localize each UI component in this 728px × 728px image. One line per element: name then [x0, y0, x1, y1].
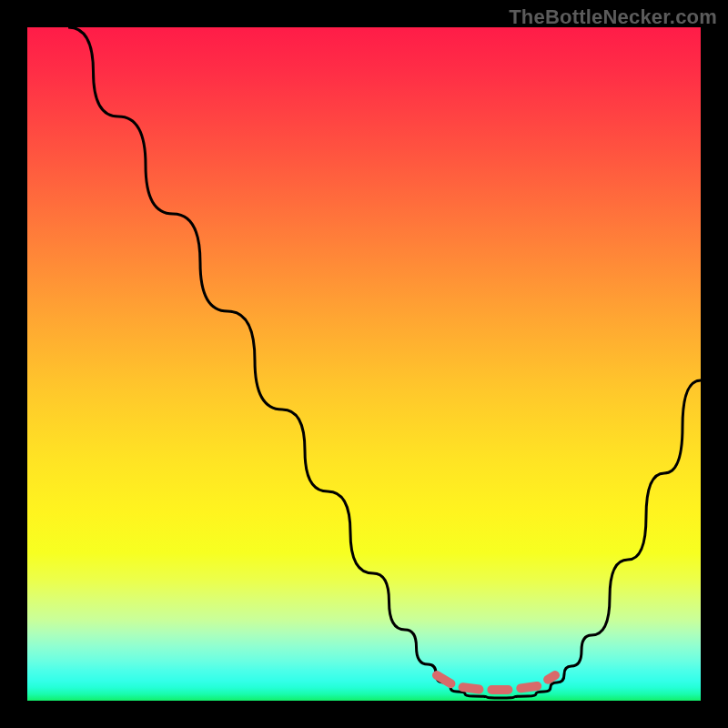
plot-area: [27, 27, 701, 701]
bottleneck-curve: [68, 27, 701, 698]
chart-frame: TheBottleNecker.com: [0, 0, 728, 728]
curve-layer: [27, 27, 701, 701]
watermark-text: TheBottleNecker.com: [509, 5, 717, 29]
optimal-zone-marker: [437, 675, 555, 690]
